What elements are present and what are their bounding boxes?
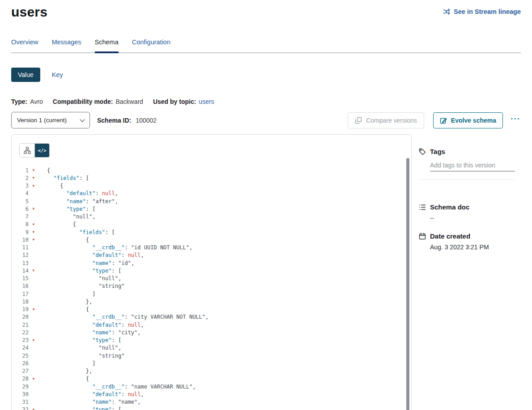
code-line: 13 "name": "id", <box>12 259 411 267</box>
version-select[interactable]: Version 1 (current) <box>11 112 90 128</box>
code-line: 22 "name": "city", <box>12 329 411 336</box>
code-line: 4 "default": null, <box>12 190 411 197</box>
tab-configuration[interactable]: Configuration <box>132 38 170 52</box>
tab-overview[interactable]: Overview <box>11 38 38 52</box>
tab-schema[interactable]: Schema <box>95 38 119 52</box>
line-number: 10 <box>12 237 29 243</box>
code-line: 25 "string" <box>12 352 411 359</box>
schema-editor-panel: </> 1▾{2▾ "fields": [3▾ {4 "default": nu… <box>11 134 412 410</box>
code-text: }, <box>36 299 92 305</box>
code-line: 32▾ "type": [ <box>12 406 411 410</box>
code-text: "__crdb__": "id UUID NOT NULL", <box>36 244 192 251</box>
code-line: 20 "__crdb__": "city VARCHAR NOT NULL", <box>12 313 411 321</box>
code-line: 15 "null", <box>12 275 411 282</box>
code-view-button[interactable]: </> <box>34 144 49 157</box>
value-toggle-button[interactable]: Value <box>11 68 40 82</box>
fold-toggle-icon[interactable]: ▾ <box>29 207 36 211</box>
code-text: "null", <box>36 275 121 282</box>
code-text: "name": "name", <box>36 399 141 405</box>
value-key-toggle: Value Key <box>11 68 532 82</box>
line-number: 2 <box>12 175 29 181</box>
code-text: "name": "id", <box>36 260 134 266</box>
code-text: "type": [ <box>36 406 121 410</box>
compare-versions-button[interactable]: Compare versions <box>348 112 424 128</box>
evolve-schema-icon <box>440 117 447 124</box>
tab-messages[interactable]: Messages <box>51 38 81 52</box>
tags-header: Tags <box>419 148 521 155</box>
editor-scrollbar-track[interactable] <box>406 158 410 410</box>
key-toggle-button[interactable]: Key <box>52 71 63 78</box>
compare-icon <box>355 117 362 124</box>
fold-toggle-icon[interactable]: ▾ <box>29 269 36 273</box>
line-number: 8 <box>12 221 29 227</box>
line-number: 7 <box>12 214 29 220</box>
tree-view-icon <box>24 147 31 154</box>
fold-toggle-icon[interactable]: ▾ <box>29 408 36 410</box>
date-created-section: Date created Aug. 3 2022 3:21 PM <box>419 232 521 251</box>
tabs: OverviewMessagesSchemaConfiguration <box>11 38 521 53</box>
line-number: 11 <box>12 244 29 251</box>
code-text: "name": "after", <box>36 198 118 205</box>
code-text: { <box>36 376 89 382</box>
fold-toggle-icon[interactable]: ▾ <box>29 338 36 342</box>
line-number: 5 <box>12 198 29 205</box>
line-number: 29 <box>12 384 29 390</box>
code-line: 8▾ { <box>12 221 411 228</box>
editor-scrollbar-thumb[interactable] <box>406 158 409 410</box>
more-actions-button[interactable]: ⋯ <box>509 114 521 127</box>
line-number: 25 <box>12 353 29 359</box>
code-line: 27 }, <box>12 367 411 375</box>
stream-lineage-label: See in Stream lineage <box>454 8 521 15</box>
code-text: "string" <box>36 283 124 289</box>
topic-link[interactable]: users <box>199 98 214 105</box>
code-line: 19▾ { <box>12 306 411 313</box>
fold-toggle-icon[interactable]: ▾ <box>29 168 36 172</box>
code-line: 31 "name": "name", <box>12 398 411 406</box>
date-created-header: Date created <box>419 232 521 240</box>
evolve-schema-button[interactable]: Evolve schema <box>433 112 503 128</box>
code-text: { <box>36 221 76 227</box>
code-text: ] <box>36 360 95 367</box>
line-number: 15 <box>12 275 29 282</box>
code-text: ] <box>36 291 95 297</box>
tree-view-button[interactable] <box>20 144 34 157</box>
add-tags-input[interactable] <box>430 161 515 171</box>
code-text: "fields": [ <box>36 229 115 235</box>
code-line: 12 "default": null, <box>12 252 411 259</box>
line-number: 16 <box>12 283 29 289</box>
version-select-wrap: Version 1 (current) <box>11 112 90 128</box>
fold-toggle-icon[interactable]: ▾ <box>29 222 36 226</box>
code-line: 11 "__crdb__": "id UUID NOT NULL", <box>12 244 411 252</box>
code-text: "__crdb__": "city VARCHAR NOT NULL", <box>36 314 209 320</box>
doc-list-icon <box>419 204 426 211</box>
fold-toggle-icon[interactable]: ▾ <box>29 176 36 180</box>
schema-meta: Type: Avro Compatibility mode: Backward … <box>11 98 532 105</box>
line-number: 24 <box>12 345 29 351</box>
line-number: 22 <box>12 329 29 336</box>
line-number: 19 <box>12 306 29 312</box>
code-text: "null", <box>36 345 121 351</box>
line-number: 3 <box>12 183 29 189</box>
line-number: 27 <box>12 368 29 374</box>
fold-toggle-icon[interactable]: ▾ <box>29 230 36 234</box>
fold-toggle-icon[interactable]: ▾ <box>29 238 36 242</box>
code-text: "fields": [ <box>36 175 89 181</box>
stream-lineage-link[interactable]: See in Stream lineage <box>443 8 521 15</box>
schema-page: users See in Stream lineage OverviewMess… <box>0 0 532 410</box>
fold-toggle-icon[interactable]: ▾ <box>29 308 36 312</box>
line-number: 21 <box>12 322 29 328</box>
code-line: 1▾{ <box>12 167 411 174</box>
code-line: 26 ] <box>12 359 411 367</box>
topic-label: Used by topic: <box>153 98 196 105</box>
tags-title: Tags <box>430 148 445 155</box>
code-line: 28▾ { <box>12 375 411 383</box>
code-text: { <box>36 167 50 174</box>
tags-section: Tags <box>419 148 521 180</box>
fold-toggle-icon[interactable]: ▾ <box>29 184 36 188</box>
type-value: Avro <box>30 98 43 105</box>
version-bar: Version 1 (current) Schema ID: 100002 Co… <box>11 112 521 128</box>
line-number: 23 <box>12 337 29 343</box>
line-number: 30 <box>12 391 29 397</box>
fold-toggle-icon[interactable]: ▾ <box>29 377 36 381</box>
code-text: "default": null, <box>36 322 144 328</box>
